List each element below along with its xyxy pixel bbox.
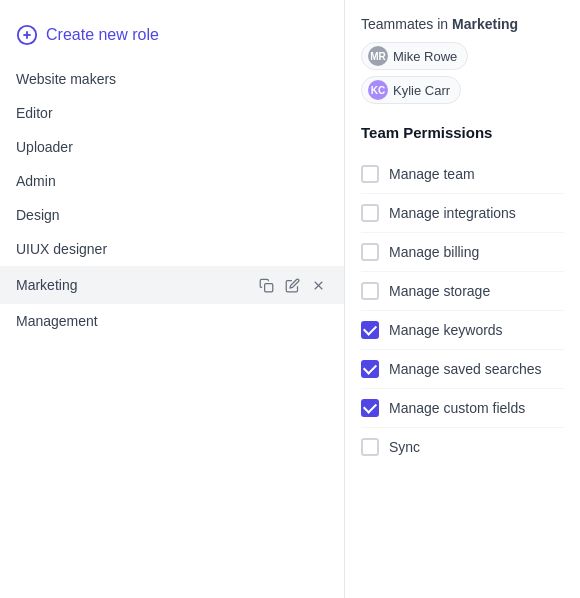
role-item-label: Design	[16, 207, 60, 223]
permission-item-manage-billing: Manage billing	[361, 233, 564, 272]
manage-team-checkbox[interactable]	[361, 165, 379, 183]
teammate-name-mike-rowe: Mike Rowe	[393, 49, 457, 64]
role-item-label: Marketing	[16, 277, 77, 293]
plus-circle-icon	[16, 24, 38, 46]
role-item-uploader[interactable]: Uploader	[0, 130, 344, 164]
role-list: Website makers Editor Uploader Admin Des…	[0, 62, 344, 338]
role-item-label: Management	[16, 313, 98, 329]
teammates-title: Teammates in Marketing	[361, 16, 564, 32]
role-item-management[interactable]: Management	[0, 304, 344, 338]
manage-saved-searches-label: Manage saved searches	[389, 361, 542, 377]
manage-storage-label: Manage storage	[389, 283, 490, 299]
permission-item-sync: Sync	[361, 428, 564, 466]
create-new-role-button[interactable]: Create new role	[0, 16, 344, 62]
right-panel: Teammates in Marketing MR Mike Rowe KC K…	[345, 0, 580, 598]
manage-billing-label: Manage billing	[389, 244, 479, 260]
manage-storage-checkbox[interactable]	[361, 282, 379, 300]
left-panel: Create new role Website makers Editor Up…	[0, 0, 345, 598]
manage-billing-checkbox[interactable]	[361, 243, 379, 261]
role-item-label: Editor	[16, 105, 53, 121]
avatar-kylie-carr: KC	[368, 80, 388, 100]
manage-keywords-label: Manage keywords	[389, 322, 503, 338]
close-role-button[interactable]	[308, 275, 328, 295]
permissions-title: Team Permissions	[361, 124, 564, 141]
role-item-label: Uploader	[16, 139, 73, 155]
edit-role-button[interactable]	[282, 275, 302, 295]
svg-rect-3	[264, 283, 272, 291]
permission-item-manage-team: Manage team	[361, 155, 564, 194]
manage-team-label: Manage team	[389, 166, 475, 182]
create-new-role-label: Create new role	[46, 26, 159, 44]
teammate-badge-mike-rowe[interactable]: MR Mike Rowe	[361, 42, 468, 70]
manage-keywords-checkbox[interactable]	[361, 321, 379, 339]
role-item-label: Website makers	[16, 71, 116, 87]
teammates-role-name: Marketing	[452, 16, 518, 32]
sync-label: Sync	[389, 439, 420, 455]
permission-item-manage-custom-fields: Manage custom fields	[361, 389, 564, 428]
permission-item-manage-saved-searches: Manage saved searches	[361, 350, 564, 389]
teammate-badges: MR Mike Rowe KC Kylie Carr	[361, 42, 564, 104]
role-item-admin[interactable]: Admin	[0, 164, 344, 198]
copy-role-button[interactable]	[256, 275, 276, 295]
teammate-badge-kylie-carr[interactable]: KC Kylie Carr	[361, 76, 461, 104]
manage-integrations-label: Manage integrations	[389, 205, 516, 221]
role-item-label: Admin	[16, 173, 56, 189]
role-item-marketing[interactable]: Marketing	[0, 266, 344, 304]
manage-saved-searches-checkbox[interactable]	[361, 360, 379, 378]
manage-custom-fields-label: Manage custom fields	[389, 400, 525, 416]
permission-item-manage-keywords: Manage keywords	[361, 311, 564, 350]
role-item-editor[interactable]: Editor	[0, 96, 344, 130]
teammates-prefix: Teammates in	[361, 16, 448, 32]
role-item-design[interactable]: Design	[0, 198, 344, 232]
role-item-uiux-designer[interactable]: UIUX designer	[0, 232, 344, 266]
teammates-section: Teammates in Marketing MR Mike Rowe KC K…	[361, 16, 564, 104]
role-item-label: UIUX designer	[16, 241, 107, 257]
avatar-mike-rowe: MR	[368, 46, 388, 66]
sync-checkbox[interactable]	[361, 438, 379, 456]
role-item-actions	[256, 275, 328, 295]
role-item-website-makers[interactable]: Website makers	[0, 62, 344, 96]
permission-item-manage-storage: Manage storage	[361, 272, 564, 311]
manage-custom-fields-checkbox[interactable]	[361, 399, 379, 417]
permission-item-manage-integrations: Manage integrations	[361, 194, 564, 233]
permissions-section: Team Permissions Manage team Manage inte…	[361, 124, 564, 466]
teammate-name-kylie-carr: Kylie Carr	[393, 83, 450, 98]
manage-integrations-checkbox[interactable]	[361, 204, 379, 222]
